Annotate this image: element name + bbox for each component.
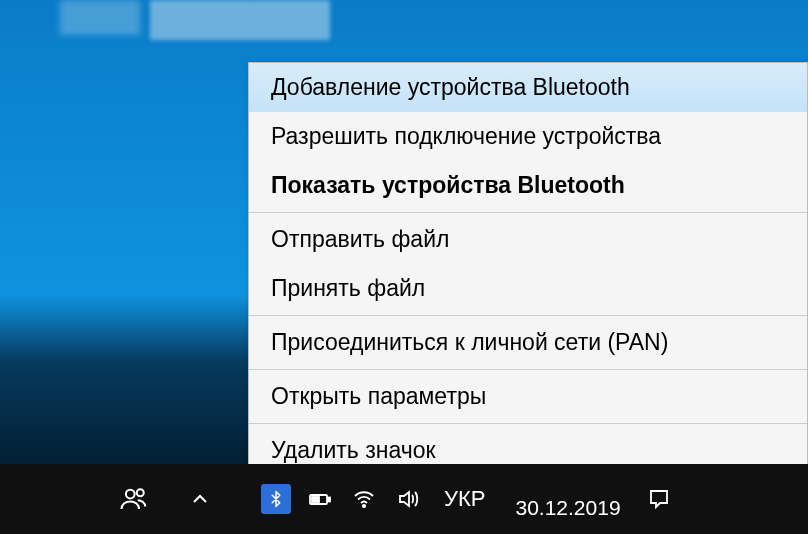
svg-rect-4 [312, 497, 319, 502]
taskbar-clock[interactable]: 30.12.2019 [503, 478, 632, 519]
volume-icon[interactable] [390, 481, 426, 517]
menu-separator [249, 423, 807, 424]
menu-item-allow-connection[interactable]: Разрешить подключение устройства [249, 112, 807, 161]
wifi-icon[interactable] [346, 481, 382, 517]
menu-item-receive-file[interactable]: Принять файл [249, 264, 807, 313]
menu-separator [249, 212, 807, 213]
taskbar-systray: УКР 30.12.2019 [248, 464, 808, 534]
svg-rect-3 [328, 498, 330, 502]
svg-point-1 [137, 489, 144, 496]
wallpaper-highlight [60, 0, 140, 35]
taskbar: УКР 30.12.2019 [0, 464, 808, 534]
menu-separator [249, 315, 807, 316]
menu-item-join-pan[interactable]: Присоединиться к личной сети (PAN) [249, 318, 807, 367]
action-center-icon[interactable] [641, 481, 677, 517]
menu-separator [249, 369, 807, 370]
taskbar-left-region [0, 464, 248, 534]
wallpaper-highlight [150, 0, 330, 40]
taskbar-time [565, 478, 571, 496]
language-indicator[interactable]: УКР [434, 486, 495, 512]
taskbar-date: 30.12.2019 [515, 496, 620, 519]
people-icon[interactable] [116, 481, 152, 517]
bluetooth-context-menu: Добавление устройства Bluetooth Разрешит… [248, 62, 808, 476]
menu-item-show-bluetooth-devices[interactable]: Показать устройства Bluetooth [249, 161, 807, 210]
tray-chevron-up-icon[interactable] [182, 481, 218, 517]
svg-point-5 [363, 505, 365, 507]
bluetooth-tray-icon[interactable] [258, 481, 294, 517]
svg-point-0 [126, 490, 135, 499]
battery-icon[interactable] [302, 481, 338, 517]
menu-item-add-bluetooth-device[interactable]: Добавление устройства Bluetooth [249, 63, 807, 112]
menu-item-open-settings[interactable]: Открыть параметры [249, 372, 807, 421]
menu-item-send-file[interactable]: Отправить файл [249, 215, 807, 264]
